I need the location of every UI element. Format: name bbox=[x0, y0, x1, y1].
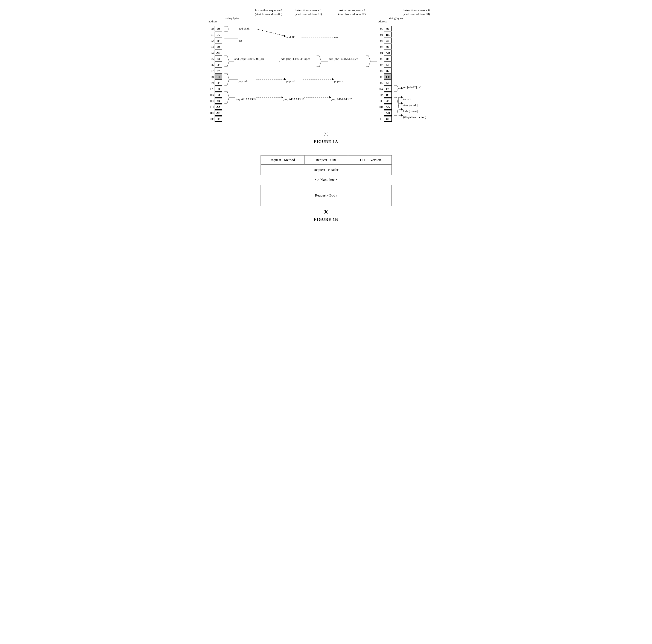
svg-marker-17 bbox=[332, 78, 334, 80]
instr-uas: uas bbox=[334, 35, 338, 39]
request-method-cell: Request - Method bbox=[261, 155, 304, 165]
right-table-row: 023F bbox=[378, 38, 392, 44]
instr-add-ebp-seq2: add [ebp+C0875F83],ch bbox=[329, 57, 358, 60]
right-table-row: 0C43 bbox=[378, 98, 392, 104]
right-table-row: 04AD bbox=[378, 50, 392, 56]
seq2-header: instruction sequence 2 (start from addre… bbox=[334, 8, 370, 16]
right-table-row: 0583 bbox=[378, 56, 392, 62]
left-table-row: 0787 bbox=[209, 68, 222, 74]
right-table-row: 0F8F bbox=[378, 116, 392, 122]
right-addr-table: 000001D5023F030004AD0583065F078708C0095F… bbox=[378, 26, 392, 122]
instr-add-ch-dl: add ch,dl bbox=[239, 27, 250, 30]
instr-add-ebp-seq1: add [ebp+C0875F83],ch bbox=[281, 57, 310, 60]
left-table-row: 0EAD bbox=[209, 110, 222, 116]
left-table-row: 0300 bbox=[209, 44, 222, 50]
figure-1b-container: Request - Method Request - URI HTTP - Ve… bbox=[209, 155, 444, 222]
svg-marker-27 bbox=[401, 96, 403, 99]
svg-marker-24 bbox=[401, 87, 403, 89]
svg-line-3 bbox=[256, 29, 286, 36]
left-addr-table: 000001D5023F030004AD0583065F078708C0095F… bbox=[209, 26, 222, 122]
right-table-row: 0AE9 bbox=[378, 86, 392, 92]
instr-and-3f: and 3f' bbox=[287, 35, 295, 39]
figure-1b-title: FIGURE 1B bbox=[209, 217, 444, 222]
instr-pop-edi-seq1: pop edi bbox=[287, 79, 296, 83]
instr-pop-edi-seq2: pop edi bbox=[334, 79, 343, 83]
left-table-row: 0AE9 bbox=[209, 86, 222, 92]
address-label-left: address bbox=[209, 20, 218, 23]
instr-illegal: (illegal instruction) bbox=[403, 115, 427, 119]
seq0-header: instruction sequence 0 (start from addre… bbox=[251, 8, 287, 16]
svg-line-11 bbox=[256, 29, 286, 36]
string-bytes-label-right: string bytes bbox=[389, 17, 403, 20]
left-table-row: 04AD bbox=[209, 50, 222, 56]
left-table-row: 01D5 bbox=[209, 32, 222, 38]
instr-aas: aas bbox=[239, 39, 243, 42]
svg-marker-22 bbox=[329, 96, 331, 99]
left-table-row: 0583 bbox=[209, 56, 222, 62]
instr-jmp-seq1: jmp ADAA43C2 bbox=[284, 97, 304, 101]
instr-add-ebp-seq0: add [ebp+C0875F83],ch bbox=[235, 57, 264, 60]
request-uri-cell: Request - URI bbox=[304, 155, 348, 165]
svg-marker-30 bbox=[401, 102, 403, 105]
instr-lods: lods [ds:esi] bbox=[403, 109, 418, 113]
right-table-row: 01D5 bbox=[378, 32, 392, 38]
right-table-row: 095F bbox=[378, 80, 392, 86]
left-table-row: 095F bbox=[209, 80, 222, 86]
svg-marker-15 bbox=[284, 78, 286, 80]
left-table-row: 08C0 bbox=[209, 74, 222, 80]
svg-marker-34 bbox=[401, 114, 403, 116]
svg-marker-32 bbox=[401, 108, 403, 110]
right-table-row: 0DAA bbox=[378, 104, 392, 110]
seq1-header: insturction sequence 1 (start from addre… bbox=[291, 8, 326, 16]
request-body-row: Request - Body bbox=[261, 185, 392, 206]
string-bytes-label-left: string bytes bbox=[225, 17, 240, 20]
instr-inc-ebi: inc ebi bbox=[403, 97, 411, 101]
address-label-right: address bbox=[378, 20, 387, 23]
left-table-row: 023F bbox=[209, 38, 222, 44]
fig1b-area: Request - Method Request - URI HTTP - Ve… bbox=[209, 155, 444, 206]
blank-line-label: * A blank line * bbox=[261, 175, 392, 185]
seq8-header: instruction sequence 8 (start from addre… bbox=[395, 8, 438, 16]
instr-pop-edi-seq0: pop edi bbox=[239, 79, 248, 83]
right-table-row: 0EAD bbox=[378, 110, 392, 116]
figure-1a-title: FIGURE 1A bbox=[209, 139, 444, 144]
instr-stos: stos [es:edi] bbox=[403, 103, 418, 107]
left-table-row: 0BB3 bbox=[209, 92, 222, 98]
right-table-row: 065F bbox=[378, 62, 392, 68]
left-table-row: 0F8F bbox=[209, 116, 222, 122]
instr-jmp-seq2: jmp ADAA43C2 bbox=[332, 97, 352, 101]
left-table-row: 0000 bbox=[209, 26, 222, 32]
diagram-lines bbox=[209, 26, 444, 130]
right-table-row: 0BB3 bbox=[378, 92, 392, 98]
right-table-row: 0000 bbox=[378, 26, 392, 32]
instr-rcr: rcr [edi-17],B3 bbox=[403, 85, 421, 89]
left-table-row: 0DAA bbox=[209, 104, 222, 110]
fig1a-sub-label: (a.) bbox=[209, 132, 444, 136]
left-table-row: 0C43 bbox=[209, 98, 222, 104]
svg-marker-20 bbox=[281, 96, 283, 99]
left-table-row: 065F bbox=[209, 62, 222, 68]
http-request-diagram: Request - Method Request - URI HTTP - Ve… bbox=[261, 155, 392, 175]
fig1b-sub-label: (b) bbox=[209, 209, 444, 214]
request-header-row: Request - Header bbox=[261, 165, 392, 175]
instr-jmp-seq0: jmp ADAA43C2 bbox=[236, 97, 256, 101]
figure-1a-container: string bytes address instruction sequenc… bbox=[209, 8, 444, 144]
svg-marker-12 bbox=[284, 35, 286, 37]
right-table-row: 0300 bbox=[378, 44, 392, 50]
right-table-row: 08C0 bbox=[378, 74, 392, 80]
http-top-row: Request - Method Request - URI HTTP - Ve… bbox=[261, 155, 392, 165]
right-table-row: 0787 bbox=[378, 68, 392, 74]
http-version-cell: HTTP - Version bbox=[348, 155, 391, 165]
